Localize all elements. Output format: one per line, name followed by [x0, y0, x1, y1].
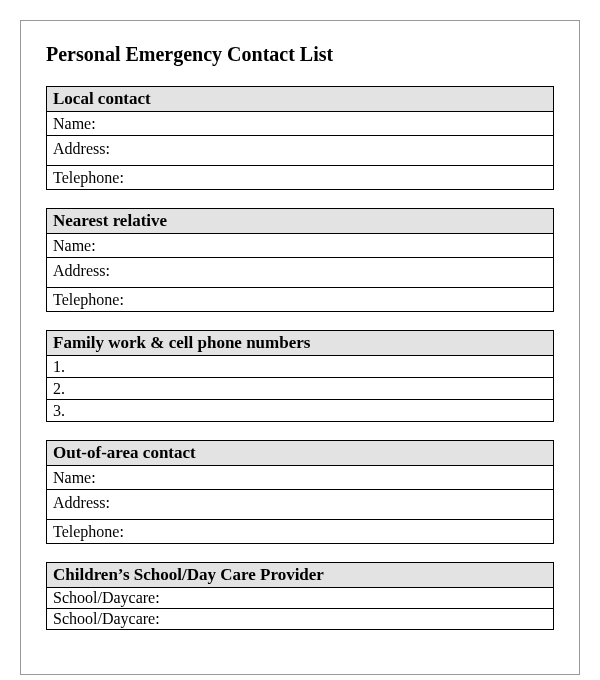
outarea-address-label: Address:	[47, 490, 147, 520]
relative-address-label: Address:	[47, 258, 147, 288]
school-row-2[interactable]: School/Daycare:	[47, 609, 554, 630]
relative-name-label: Name:	[47, 234, 147, 258]
local-telephone-field[interactable]	[147, 166, 554, 190]
relative-telephone-label: Telephone:	[47, 288, 147, 312]
local-telephone-label: Telephone:	[47, 166, 147, 190]
phone-row-2[interactable]: 2.	[47, 378, 554, 400]
section-local-contact: Local contact Name: Address: Telephone:	[46, 86, 554, 190]
out-of-area-table: Out-of-area contact Name: Address: Telep…	[46, 440, 554, 544]
local-address-label: Address:	[47, 136, 147, 166]
local-address-field[interactable]	[147, 136, 554, 166]
outarea-name-label: Name:	[47, 466, 147, 490]
local-contact-header: Local contact	[47, 87, 554, 112]
school-daycare-table: Children’s School/Day Care Provider Scho…	[46, 562, 554, 630]
family-phones-table: Family work & cell phone numbers 1. 2. 3…	[46, 330, 554, 422]
section-family-phones: Family work & cell phone numbers 1. 2. 3…	[46, 330, 554, 422]
relative-telephone-field[interactable]	[147, 288, 554, 312]
family-phones-header: Family work & cell phone numbers	[47, 331, 554, 356]
outarea-telephone-label: Telephone:	[47, 520, 147, 544]
school-daycare-header: Children’s School/Day Care Provider	[47, 563, 554, 588]
section-nearest-relative: Nearest relative Name: Address: Telephon…	[46, 208, 554, 312]
outarea-address-field[interactable]	[147, 490, 554, 520]
phone-row-1[interactable]: 1.	[47, 356, 554, 378]
nearest-relative-header: Nearest relative	[47, 209, 554, 234]
relative-address-field[interactable]	[147, 258, 554, 288]
relative-name-field[interactable]	[147, 234, 554, 258]
local-contact-table: Local contact Name: Address: Telephone:	[46, 86, 554, 190]
school-row-1[interactable]: School/Daycare:	[47, 588, 554, 609]
section-school-daycare: Children’s School/Day Care Provider Scho…	[46, 562, 554, 630]
outarea-name-field[interactable]	[147, 466, 554, 490]
form-page: Personal Emergency Contact List Local co…	[20, 20, 580, 675]
phone-row-3[interactable]: 3.	[47, 400, 554, 422]
outarea-telephone-field[interactable]	[147, 520, 554, 544]
out-of-area-header: Out-of-area contact	[47, 441, 554, 466]
section-out-of-area: Out-of-area contact Name: Address: Telep…	[46, 440, 554, 544]
page-title: Personal Emergency Contact List	[46, 43, 554, 66]
local-name-field[interactable]	[147, 112, 554, 136]
local-name-label: Name:	[47, 112, 147, 136]
nearest-relative-table: Nearest relative Name: Address: Telephon…	[46, 208, 554, 312]
